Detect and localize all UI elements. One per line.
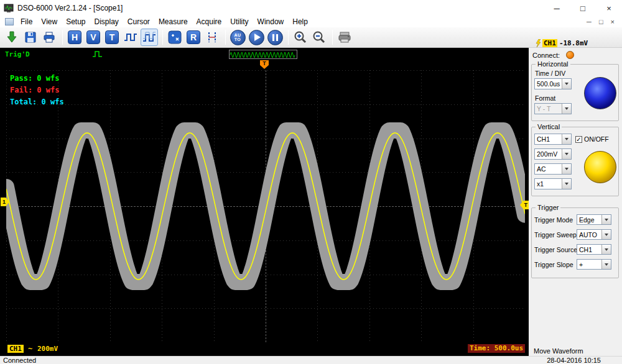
app-icon: [4, 3, 14, 13]
dropdown-arrow-icon: [601, 245, 611, 254]
time-div-label: Time / DIV: [535, 70, 565, 77]
trigger-sweep-label: Trigger Sweep: [534, 231, 577, 239]
timebase-select[interactable]: 500.0us: [534, 78, 572, 89]
coupling-select[interactable]: AC: [534, 163, 572, 175]
connect-label: Connect:: [532, 52, 560, 59]
dropdown-arrow-icon: [562, 179, 571, 189]
coupling-symbol: ~: [28, 344, 32, 353]
record-preview[interactable]: [229, 50, 297, 59]
trigger-mode-label: Trigger Mode: [534, 216, 573, 224]
main-toolbar: H V T R AU TO: [0, 27, 622, 48]
menu-window[interactable]: Window: [253, 17, 289, 26]
format-select[interactable]: Y - T: [534, 103, 572, 114]
channel-select[interactable]: CH1: [534, 134, 572, 145]
scope-bottom-bar: CH1 ~ 200mV Time: 500.0us: [0, 344, 529, 355]
horizontal-group: Horizontal Time / DIV 500.0us Format Y -…: [531, 64, 619, 121]
close-button[interactable]: ×: [596, 0, 622, 16]
hardcopy-button[interactable]: [336, 29, 353, 46]
zoom-out-icon: [312, 30, 326, 44]
trigger-slope-select[interactable]: +: [577, 259, 611, 270]
pause-icon: [267, 30, 283, 45]
cursor-measure-button[interactable]: [203, 29, 221, 46]
vertical-group-title: Vertical: [536, 123, 562, 130]
horizontal-position-knob[interactable]: [584, 77, 616, 109]
menu-measure[interactable]: Measure: [154, 17, 192, 26]
trigger-bolt-icon: [535, 39, 541, 47]
menu-view[interactable]: View: [37, 17, 62, 26]
onoff-checkbox[interactable]: ✓: [575, 136, 582, 143]
menu-utility[interactable]: Utility: [226, 17, 253, 26]
menu-display[interactable]: Display: [90, 17, 123, 26]
toolbar-separator: [162, 30, 163, 45]
connect-status-indicator: [566, 51, 574, 59]
toolbar-separator: [332, 30, 333, 45]
dropdown-arrow-icon: [562, 104, 571, 114]
dropdown-arrow-icon: [601, 260, 611, 269]
menu-acquire[interactable]: Acquire: [192, 17, 226, 26]
status-bar: Connected 28-04-2016 10:15: [0, 356, 622, 364]
maximize-button[interactable]: □: [570, 0, 596, 16]
datetime-readout: 28-04-2016 10:15: [547, 357, 601, 364]
trigger-source-label: Trigger Source: [534, 246, 577, 253]
menu-file[interactable]: File: [16, 17, 37, 26]
save-button[interactable]: [22, 29, 39, 46]
pause-button[interactable]: [266, 29, 284, 46]
vertical-menu-button[interactable]: V: [85, 29, 102, 46]
autoset-icon: AU TO: [230, 30, 246, 45]
onoff-label: ON/OFF: [584, 135, 609, 143]
pass-fail-button[interactable]: [141, 29, 158, 46]
waveform-button[interactable]: [122, 29, 139, 46]
mdi-minimize-button[interactable]: ─: [587, 18, 592, 25]
control-panel: Connect: Horizontal Time / DIV 500.0us F…: [529, 48, 622, 356]
trigger-sweep-select[interactable]: AUTO: [577, 229, 611, 240]
trigger-position-marker[interactable]: T: [260, 60, 269, 69]
mdi-restore-button[interactable]: □: [599, 18, 603, 25]
vertical-position-knob[interactable]: [584, 151, 616, 183]
math-button[interactable]: [166, 29, 183, 46]
zoom-in-button[interactable]: [292, 29, 309, 46]
horizontal-group-title: Horizontal: [536, 60, 570, 68]
math-icon: [168, 30, 182, 44]
time-per-div-readout: Time: 500.0us: [468, 344, 525, 353]
scope-display: Trig'D T Pass: 0 wfs Fail: 0 wfs Total: …: [0, 48, 529, 356]
channel-onoff[interactable]: ✓ ON/OFF: [575, 135, 609, 143]
mdi-window-controls: ─ □ ×: [587, 18, 615, 25]
pulse-indicator-icon: [92, 50, 103, 58]
trigger-mode-select[interactable]: Edge: [577, 214, 611, 225]
mask-trace: [6, 130, 525, 282]
reference-button[interactable]: R: [185, 29, 202, 46]
trigger-menu-button[interactable]: T: [103, 29, 121, 46]
toolbar-separator: [62, 30, 63, 45]
menu-setup[interactable]: Setup: [62, 17, 90, 26]
trigger-source-select[interactable]: CH1: [577, 244, 611, 255]
dropdown-arrow-icon: [562, 164, 571, 174]
printer-icon: [43, 31, 55, 43]
hardcopy-printer-icon: [338, 31, 351, 43]
pulse-icon: [124, 31, 137, 43]
vertical-icon: V: [86, 30, 100, 44]
toolbar-separator: [225, 30, 226, 45]
readout-channel-badge: CH1: [542, 39, 557, 47]
readout-trigger-level: -18.8mV: [559, 39, 588, 47]
volts-div-select[interactable]: 200mV: [534, 148, 572, 160]
dropdown-arrow-icon: [562, 79, 571, 89]
trigger-slope-label: Trigger Slope: [534, 261, 573, 268]
horizontal-menu-button[interactable]: H: [66, 29, 83, 46]
menu-cursor[interactable]: Cursor: [123, 17, 154, 26]
vertical-group: Vertical CH1 ✓ ON/OFF 200mV AC x1: [531, 127, 619, 196]
menu-bar: File View Setup Display Cursor Measure A…: [0, 16, 622, 27]
load-waveform-button[interactable]: [3, 29, 21, 46]
window-title: DSO-6000 Ver2.1.24 - [Scope1]: [17, 4, 123, 12]
zoom-out-button[interactable]: [310, 29, 328, 46]
connection-status: Connected: [3, 357, 36, 364]
trigger-status: Trig'D: [5, 50, 30, 58]
menu-help[interactable]: Help: [288, 17, 312, 26]
pass-fail-readout: Pass: 0 wfs Fail: 0 wfs Total: 0 wfs: [10, 73, 64, 108]
print-button[interactable]: [40, 29, 58, 46]
mdi-close-button[interactable]: ×: [611, 18, 615, 25]
probe-select[interactable]: x1: [534, 178, 572, 189]
autoset-button[interactable]: AU TO: [229, 29, 246, 46]
minimize-button[interactable]: ─: [544, 0, 570, 16]
preview-trace: [230, 52, 295, 58]
run-button[interactable]: [248, 29, 265, 46]
